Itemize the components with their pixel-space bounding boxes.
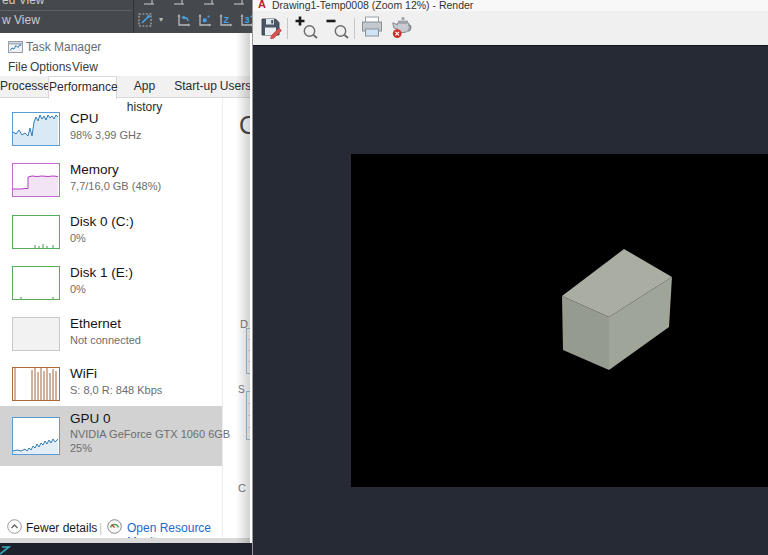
save-icon[interactable] <box>259 15 283 39</box>
autocad-background-strip <box>0 543 252 555</box>
cropped-toolbar-icons <box>140 0 250 6</box>
tab-performance[interactable]: Performance <box>48 76 117 99</box>
print-icon[interactable] <box>359 15 385 39</box>
disk0-detail: 0% <box>70 232 86 244</box>
menu-options[interactable]: Options <box>30 60 71 74</box>
ucs-3point-icon[interactable]: 3 <box>238 12 252 29</box>
zoom-out-icon[interactable] <box>324 15 350 39</box>
ribbon-label-cropped: ed View <box>2 0 44 7</box>
memory-detail: 7,7/16,0 GB (48%) <box>70 180 161 192</box>
disk1-label: Disk 1 (E:) <box>70 265 133 280</box>
memory-graph-thumbnail <box>12 163 60 197</box>
tab-app-history[interactable]: App history <box>115 76 174 97</box>
ucs-previous-icon[interactable] <box>175 12 192 29</box>
memory-label: Memory <box>70 162 119 177</box>
tab-processes[interactable]: Processes <box>0 76 48 97</box>
ucs-z-axis-icon[interactable]: Z <box>217 12 234 29</box>
autocad-ribbon-panel: ed View w View ▾ Z 3 <box>0 0 252 33</box>
rendered-3d-box <box>351 154 768 487</box>
toolbar-separator <box>287 18 288 39</box>
tab-startup[interactable]: Start-up <box>174 76 217 97</box>
sidebar-item-gpu[interactable]: GPU 0 NVIDIA GeForce GTX 1060 6GB 25% <box>0 406 222 466</box>
gpu-detail: NVIDIA GeForce GTX 1060 6GB <box>70 428 230 440</box>
chevron-down-icon[interactable]: ▾ <box>159 15 163 24</box>
ucs-axes-fragment-icon <box>0 546 14 555</box>
fewer-details-button[interactable]: Fewer details <box>26 521 97 535</box>
menu-view[interactable]: View <box>72 60 98 74</box>
sidebar-item-memory[interactable]: Memory 7,7/16,0 GB (48%) <box>0 157 222 207</box>
sidebar-item-ethernet[interactable]: Ethernet Not connected <box>0 311 222 361</box>
toolbar-separator <box>354 18 355 39</box>
gpu-graph-thumbnail <box>12 417 60 455</box>
svg-text:3: 3 <box>245 15 250 25</box>
render-toolbar <box>253 11 768 45</box>
rendered-image <box>351 154 768 487</box>
cpu-detail: 98% 3,99 GHz <box>70 129 142 141</box>
sidebar-item-wifi[interactable]: WiFi S: 8,0 R: 848 Kbps <box>0 361 222 411</box>
resource-monitor-icon[interactable] <box>107 519 122 534</box>
disk1-graph-thumbnail <box>12 266 60 300</box>
render-window-title: Drawing1-Temp0008 (Zoom 12%) - Render <box>272 0 473 11</box>
wifi-detail: S: 8,0 R: 848 Kbps <box>70 384 162 396</box>
zoom-in-icon[interactable] <box>293 15 319 39</box>
new-view-label[interactable]: w View <box>2 13 40 27</box>
disk0-graph-thumbnail <box>12 215 60 249</box>
render-window: A Drawing1-Temp0008 (Zoom 12%) - Render <box>252 0 768 555</box>
ucs-origin-icon[interactable] <box>196 12 213 29</box>
wifi-label: WiFi <box>70 366 97 381</box>
footer-separator: | <box>99 521 102 535</box>
tab-strip-border <box>0 97 250 98</box>
task-manager-window: Task Manager File Options View Processes… <box>0 33 250 543</box>
render-titlebar[interactable]: A Drawing1-Temp0008 (Zoom 12%) - Render <box>253 0 768 11</box>
teapot-render-icon[interactable] <box>389 15 416 39</box>
window-shadow <box>236 33 250 543</box>
sidebar-divider <box>222 98 223 538</box>
menu-file[interactable]: File <box>8 60 27 74</box>
window-title: Task Manager <box>26 40 101 54</box>
cpu-graph-thumbnail <box>12 112 60 146</box>
task-manager-app-icon <box>8 41 23 53</box>
ethernet-label: Ethernet <box>70 316 121 331</box>
ribbon-divider <box>0 10 132 11</box>
ribbon-panel-divider <box>133 0 134 33</box>
sidebar-item-disk1[interactable]: Disk 1 (E:) 0% <box>0 260 222 310</box>
ethernet-detail: Not connected <box>70 334 141 346</box>
gpu-label: GPU 0 <box>70 411 111 426</box>
gpu-usage: 25% <box>70 442 92 454</box>
sidebar-item-disk0[interactable]: Disk 0 (C:) 0% <box>0 209 222 259</box>
ethernet-graph-thumbnail <box>12 317 60 351</box>
cpu-label: CPU <box>70 111 99 126</box>
fewer-details-chevron-icon[interactable] <box>7 519 22 534</box>
render-client-area <box>253 46 768 555</box>
sidebar-item-cpu[interactable]: CPU 98% 3,99 GHz <box>0 106 222 156</box>
svg-text:Z: Z <box>224 15 230 25</box>
wifi-graph-thumbnail <box>12 367 60 401</box>
disk0-label: Disk 0 (C:) <box>70 214 134 229</box>
autocad-app-icon: A <box>258 0 266 10</box>
ucs-icon[interactable] <box>137 12 157 29</box>
disk1-detail: 0% <box>70 283 86 295</box>
